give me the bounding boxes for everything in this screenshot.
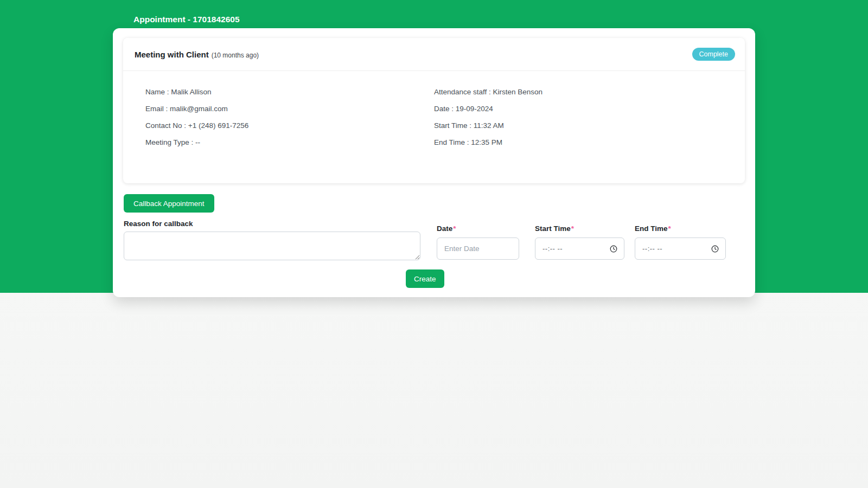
end-time-input[interactable]: --:-- --	[635, 237, 726, 260]
detail-date: Date : 19-09-2024	[434, 105, 723, 113]
end-time-required-asterisk: *	[668, 224, 671, 233]
meeting-title-group: Meeting with Client (10 months ago)	[135, 50, 259, 59]
details-right-column: Attendance staff : Kirsten Benson Date :…	[434, 88, 723, 156]
date-label-text: Date	[437, 224, 452, 233]
date-field-group: Date*	[437, 224, 519, 260]
detail-meeting-type: Meeting Type : --	[145, 139, 434, 146]
end-time-label: End Time*	[635, 224, 726, 233]
detail-start-time: Start Time : 11:32 AM	[434, 122, 723, 130]
clock-icon[interactable]	[711, 245, 719, 253]
detail-attendance-staff: Attendance staff : Kirsten Benson	[434, 88, 723, 96]
start-time-label: Start Time*	[535, 224, 624, 233]
details-left-column: Name : Malik Allison Email : malik@gmail…	[145, 88, 434, 156]
meeting-card-header: Meeting with Client (10 months ago) Comp…	[123, 38, 745, 71]
callback-appointment-button[interactable]: Callback Appointment	[124, 194, 214, 213]
start-time-placeholder: --:-- --	[542, 245, 563, 253]
appointment-panel: Meeting with Client (10 months ago) Comp…	[113, 28, 755, 297]
start-time-required-asterisk: *	[571, 224, 574, 233]
reason-for-callback-label: Reason for callback	[124, 220, 193, 228]
date-required-asterisk: *	[453, 224, 456, 233]
clock-icon[interactable]	[610, 245, 617, 253]
detail-contact-no: Contact No : +1 (248) 691-7256	[145, 122, 434, 130]
end-time-placeholder: --:-- --	[642, 245, 662, 253]
end-time-field-group: End Time* --:-- --	[635, 224, 726, 260]
create-button[interactable]: Create	[406, 269, 444, 288]
reason-for-callback-textarea[interactable]	[124, 232, 420, 260]
detail-end-time: End Time : 12:35 PM	[434, 139, 723, 146]
meeting-details-card: Meeting with Client (10 months ago) Comp…	[123, 38, 745, 183]
meeting-details-body: Name : Malik Allison Email : malik@gmail…	[123, 71, 745, 156]
detail-name: Name : Malik Allison	[145, 88, 434, 96]
meeting-title: Meeting with Client	[135, 50, 209, 59]
page-title: Appointment - 1701842605	[133, 15, 240, 24]
end-time-label-text: End Time	[635, 224, 668, 233]
date-input[interactable]	[437, 237, 519, 260]
date-label: Date*	[437, 224, 519, 233]
start-time-field-group: Start Time* --:-- --	[535, 224, 624, 260]
start-time-input[interactable]: --:-- --	[535, 237, 624, 260]
meeting-age-note: (10 months ago)	[212, 52, 259, 59]
start-time-label-text: Start Time	[535, 224, 571, 233]
status-badge: Complete	[692, 48, 736, 61]
detail-email: Email : malik@gmail.com	[145, 105, 434, 113]
